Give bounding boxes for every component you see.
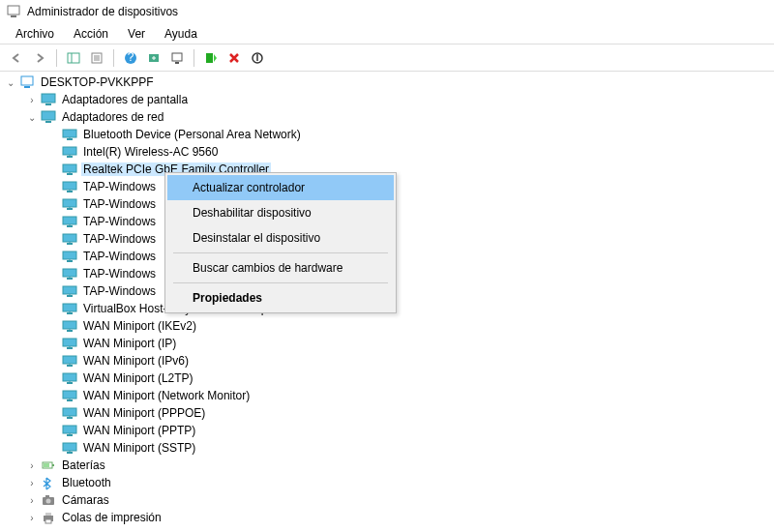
tree-category[interactable]: ›Baterías bbox=[4, 457, 774, 474]
tree-device-node[interactable]: WAN Miniport (Network Monitor) bbox=[4, 387, 774, 404]
tree-device-node[interactable]: WAN Miniport (PPPOE) bbox=[4, 404, 774, 422]
svg-rect-2 bbox=[68, 53, 79, 63]
network-adapter-icon bbox=[62, 405, 77, 421]
battery-icon bbox=[41, 458, 56, 473]
svg-rect-72 bbox=[63, 426, 76, 433]
toggle-icon[interactable]: ⌄ bbox=[25, 112, 39, 123]
tree-category[interactable]: ⌄Adaptadores de red bbox=[4, 108, 774, 126]
device-label: WAN Miniport (PPPOE) bbox=[81, 406, 207, 420]
context-menu-item[interactable]: Propiedades bbox=[167, 285, 394, 310]
network-adapter-icon bbox=[62, 214, 77, 229]
svg-rect-54 bbox=[63, 321, 76, 329]
app-icon bbox=[6, 4, 21, 19]
menu-archivo[interactable]: Archivo bbox=[6, 25, 64, 42]
svg-rect-85 bbox=[45, 513, 51, 516]
properties-button[interactable] bbox=[86, 47, 107, 69]
context-menu-item[interactable]: Buscar cambios de hardware bbox=[167, 255, 394, 281]
context-menu-separator bbox=[173, 252, 388, 253]
network-adapter-icon bbox=[62, 301, 77, 316]
show-hide-tree-button[interactable] bbox=[63, 47, 84, 69]
nav-forward-button[interactable] bbox=[29, 47, 50, 69]
device-label: Bluetooth Device (Personal Area Network) bbox=[81, 128, 303, 141]
uninstall-device-button[interactable] bbox=[223, 47, 245, 69]
svg-rect-63 bbox=[63, 373, 76, 381]
svg-rect-39 bbox=[63, 234, 76, 242]
network-adapter-icon bbox=[62, 144, 77, 160]
menubar: Archivo Acción Ver Ayuda bbox=[0, 23, 774, 44]
toolbar-separator bbox=[113, 49, 114, 67]
network-adapter-icon bbox=[62, 353, 77, 369]
tree-device-node[interactable]: WAN Miniport (IKEv2) bbox=[4, 317, 774, 335]
svg-rect-69 bbox=[63, 408, 76, 416]
camera-icon bbox=[41, 492, 56, 508]
monitor-icon bbox=[41, 109, 56, 125]
menu-ayuda[interactable]: Ayuda bbox=[155, 25, 207, 42]
disable-device-button[interactable] bbox=[247, 47, 268, 69]
network-adapter-icon bbox=[62, 440, 77, 456]
tree-device-node[interactable]: Intel(R) Wireless-AC 9560 bbox=[4, 143, 774, 161]
network-adapter-icon bbox=[62, 388, 77, 403]
menu-ver[interactable]: Ver bbox=[118, 25, 155, 42]
device-label: TAP-Windows bbox=[81, 232, 158, 246]
svg-rect-33 bbox=[63, 199, 76, 207]
context-menu-item[interactable]: Actualizar controlador bbox=[167, 175, 394, 200]
tree-device-node[interactable]: WAN Miniport (IPv6) bbox=[4, 352, 774, 369]
tree-category[interactable]: ›Colas de impresión bbox=[4, 509, 774, 526]
toggle-icon[interactable]: › bbox=[25, 95, 39, 105]
toggle-icon[interactable]: › bbox=[25, 513, 39, 523]
context-menu-item[interactable]: Deshabilitar dispositivo bbox=[167, 200, 394, 225]
svg-rect-27 bbox=[63, 164, 76, 172]
tree-root-node[interactable]: ⌄DESKTOP-PVKKPPF bbox=[4, 74, 774, 91]
tree-device-node[interactable]: WAN Miniport (PPTP) bbox=[4, 422, 774, 439]
svg-rect-30 bbox=[63, 182, 76, 190]
collapse-icon[interactable]: ⌄ bbox=[4, 77, 17, 88]
category-label: Colas de impresión bbox=[60, 511, 164, 524]
device-label: TAP-Windows bbox=[81, 284, 158, 298]
help-button[interactable]: ? bbox=[120, 47, 141, 69]
root-label: DESKTOP-PVKKPPF bbox=[39, 75, 155, 89]
toggle-icon[interactable]: › bbox=[25, 495, 39, 506]
tree-device-node[interactable]: WAN Miniport (IP) bbox=[4, 335, 774, 352]
category-label: Bluetooth bbox=[60, 476, 113, 489]
toggle-icon[interactable]: › bbox=[25, 460, 39, 471]
toggle-icon[interactable]: › bbox=[25, 478, 39, 488]
toolbar-separator bbox=[56, 49, 57, 67]
svg-rect-20 bbox=[45, 121, 51, 123]
svg-rect-17 bbox=[42, 94, 55, 103]
network-adapter-icon bbox=[62, 283, 77, 299]
window-title: Administrador de dispositivos bbox=[27, 5, 178, 18]
scan-hardware-button[interactable] bbox=[143, 47, 164, 69]
category-label: Adaptadores de pantalla bbox=[60, 93, 190, 106]
enable-device-button[interactable] bbox=[200, 47, 222, 69]
tree-category[interactable]: ›Cámaras bbox=[4, 491, 774, 509]
svg-rect-18 bbox=[45, 103, 51, 105]
svg-point-82 bbox=[46, 499, 51, 504]
svg-rect-48 bbox=[63, 286, 76, 294]
device-label: WAN Miniport (Network Monitor) bbox=[81, 389, 252, 402]
computer-icon bbox=[19, 74, 35, 90]
device-label: WAN Miniport (L2TP) bbox=[81, 371, 195, 385]
context-menu-item[interactable]: Desinstalar el dispositivo bbox=[167, 225, 394, 251]
device-label: WAN Miniport (IPv6) bbox=[81, 354, 191, 368]
network-adapter-icon bbox=[62, 127, 77, 142]
device-label: TAP-Windows bbox=[81, 215, 158, 228]
svg-rect-83 bbox=[45, 495, 49, 497]
tree-device-node[interactable]: WAN Miniport (SSTP) bbox=[4, 439, 774, 457]
context-menu-separator bbox=[173, 282, 388, 283]
svg-rect-66 bbox=[63, 391, 76, 399]
device-label: Intel(R) Wireless-AC 9560 bbox=[81, 145, 220, 159]
menu-accion[interactable]: Acción bbox=[64, 25, 118, 42]
update-driver-button[interactable] bbox=[166, 47, 188, 69]
svg-rect-36 bbox=[63, 217, 76, 224]
toolbar-separator bbox=[194, 49, 194, 67]
tree-device-node[interactable]: Bluetooth Device (Personal Area Network) bbox=[4, 126, 774, 143]
tree-category[interactable]: ›Bluetooth bbox=[4, 474, 774, 491]
tree-category[interactable]: ›Adaptadores de pantalla bbox=[4, 91, 774, 108]
device-label: WAN Miniport (SSTP) bbox=[81, 441, 197, 455]
network-adapter-icon bbox=[62, 318, 77, 334]
tree-device-node[interactable]: WAN Miniport (L2TP) bbox=[4, 369, 774, 387]
nav-back-button[interactable] bbox=[6, 47, 27, 69]
context-menu: Actualizar controladorDeshabilitar dispo… bbox=[164, 172, 397, 313]
svg-text:?: ? bbox=[128, 51, 134, 64]
device-label: WAN Miniport (IKEv2) bbox=[81, 319, 198, 333]
